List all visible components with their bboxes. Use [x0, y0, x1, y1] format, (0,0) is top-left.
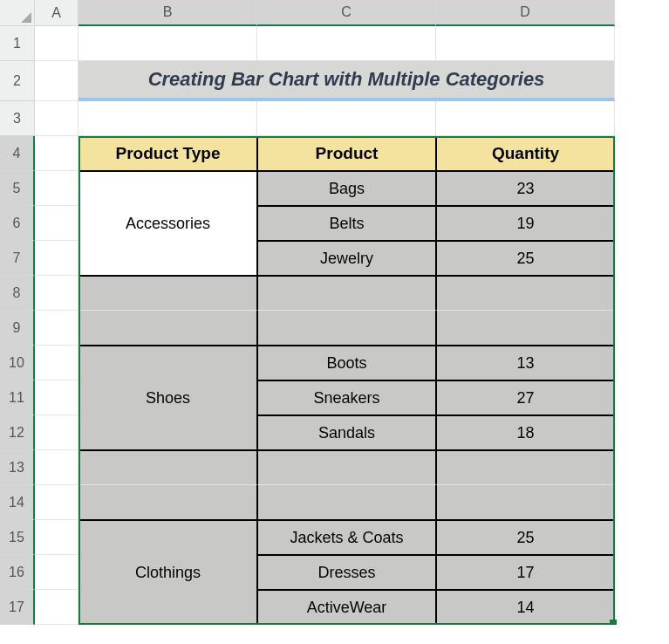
row-header-6[interactable]: 6: [0, 206, 35, 241]
cell-C3[interactable]: [257, 101, 436, 136]
cell-A11[interactable]: [35, 380, 79, 415]
row-header-17[interactable]: 17: [0, 590, 35, 625]
cell-product-dresses[interactable]: Dresses: [257, 555, 436, 590]
cell-A8[interactable]: [35, 276, 79, 311]
cell-qty-boots[interactable]: 13: [436, 346, 615, 380]
row-header-8[interactable]: 8: [0, 276, 35, 311]
cell-qty-sandals[interactable]: 18: [436, 415, 615, 450]
cell-A2[interactable]: [35, 61, 79, 101]
cell-product-sneakers[interactable]: Sneakers: [257, 380, 436, 415]
cell-product-boots[interactable]: Boots: [257, 346, 436, 380]
cell-A6[interactable]: [35, 206, 79, 241]
cell-C9[interactable]: [257, 311, 436, 346]
cell-B1[interactable]: [79, 26, 257, 61]
cell-C13[interactable]: [257, 450, 436, 485]
cell-B13[interactable]: [79, 450, 257, 485]
row-header-2[interactable]: 2: [0, 61, 35, 101]
row-header-10[interactable]: 10: [0, 346, 35, 380]
row-header-13[interactable]: 13: [0, 450, 35, 485]
cell-qty-bags[interactable]: 23: [436, 171, 615, 206]
row-header-11[interactable]: 11: [0, 380, 35, 415]
row-header-4[interactable]: 4: [0, 136, 35, 171]
spreadsheet-grid[interactable]: A B C D 1 2 Creating Bar Chart with Mult…: [0, 0, 669, 625]
cell-A15[interactable]: [35, 520, 79, 555]
row-header-16[interactable]: 16: [0, 555, 35, 590]
cell-D9[interactable]: [436, 311, 615, 346]
cell-A7[interactable]: [35, 241, 79, 276]
cell-A13[interactable]: [35, 450, 79, 485]
cell-product-type-accessories[interactable]: Accessories: [79, 171, 257, 276]
cell-product-jackets[interactable]: Jackets & Coats: [257, 520, 436, 555]
cell-A9[interactable]: [35, 311, 79, 346]
cell-A5[interactable]: [35, 171, 79, 206]
cell-A14[interactable]: [35, 485, 79, 520]
cell-D14[interactable]: [436, 485, 615, 520]
cell-C8[interactable]: [257, 276, 436, 311]
select-all-corner[interactable]: [0, 0, 35, 26]
cell-product-activewear[interactable]: ActiveWear: [257, 590, 436, 625]
row-header-15[interactable]: 15: [0, 520, 35, 555]
header-product[interactable]: Product: [257, 136, 436, 171]
cell-product-bags[interactable]: Bags: [257, 171, 436, 206]
cell-C1[interactable]: [257, 26, 436, 61]
col-header-B[interactable]: B: [79, 0, 257, 26]
cell-A17[interactable]: [35, 590, 79, 625]
cell-C14[interactable]: [257, 485, 436, 520]
cell-B9[interactable]: [79, 311, 257, 346]
row-header-1[interactable]: 1: [0, 26, 35, 61]
row-header-14[interactable]: 14: [0, 485, 35, 520]
cell-D3[interactable]: [436, 101, 615, 136]
cell-D8[interactable]: [436, 276, 615, 311]
col-header-A[interactable]: A: [35, 0, 79, 26]
cell-product-type-clothings[interactable]: Clothings: [79, 520, 257, 625]
cell-B8[interactable]: [79, 276, 257, 311]
cell-qty-jackets[interactable]: 25: [436, 520, 615, 555]
header-product-type[interactable]: Product Type: [79, 136, 257, 171]
title-cell[interactable]: Creating Bar Chart with Multiple Categor…: [79, 61, 615, 101]
cell-qty-dresses[interactable]: 17: [436, 555, 615, 590]
cell-D13[interactable]: [436, 450, 615, 485]
cell-B3[interactable]: [79, 101, 257, 136]
cell-A1[interactable]: [35, 26, 79, 61]
col-header-C[interactable]: C: [257, 0, 436, 26]
cell-qty-sneakers[interactable]: 27: [436, 380, 615, 415]
cell-A10[interactable]: [35, 346, 79, 380]
cell-qty-activewear[interactable]: 14: [436, 590, 615, 625]
cell-product-belts[interactable]: Belts: [257, 206, 436, 241]
header-quantity[interactable]: Quantity: [436, 136, 615, 171]
row-header-7[interactable]: 7: [0, 241, 35, 276]
cell-product-type-shoes[interactable]: Shoes: [79, 346, 257, 450]
cell-qty-jewelry[interactable]: 25: [436, 241, 615, 276]
cell-D1[interactable]: [436, 26, 615, 61]
row-header-5[interactable]: 5: [0, 171, 35, 206]
cell-product-sandals[interactable]: Sandals: [257, 415, 436, 450]
cell-A3[interactable]: [35, 101, 79, 136]
cell-A12[interactable]: [35, 415, 79, 450]
row-header-12[interactable]: 12: [0, 415, 35, 450]
cell-product-jewelry[interactable]: Jewelry: [257, 241, 436, 276]
cell-A4[interactable]: [35, 136, 79, 171]
cell-B14[interactable]: [79, 485, 257, 520]
row-header-3[interactable]: 3: [0, 101, 35, 136]
cell-qty-belts[interactable]: 19: [436, 206, 615, 241]
cell-A16[interactable]: [35, 555, 79, 590]
row-header-9[interactable]: 9: [0, 311, 35, 346]
col-header-D[interactable]: D: [436, 0, 615, 26]
